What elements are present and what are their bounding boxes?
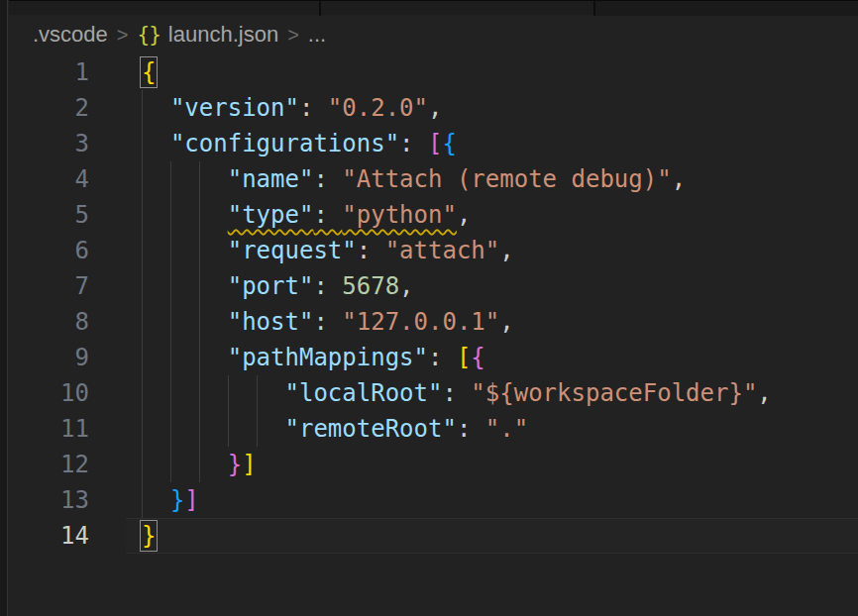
code-token: "remoteRoot"	[285, 415, 457, 443]
code-line[interactable]: "port": 5678,	[142, 268, 858, 304]
code-token: "configurations"	[170, 130, 399, 157]
code-line[interactable]: "version": "0.2.0",	[142, 90, 858, 126]
code-token: ,	[499, 308, 513, 336]
tab-separator	[593, 1, 595, 16]
code-line[interactable]: "configurations": [{	[142, 126, 858, 161]
code-line[interactable]: {	[142, 54, 858, 90]
line-number[interactable]: 13	[8, 482, 89, 518]
line-number[interactable]: 11	[8, 411, 89, 447]
breadcrumb-file[interactable]: launch.json	[168, 22, 278, 48]
code-token: "version"	[170, 94, 299, 122]
code-token	[142, 379, 285, 407]
code-token: [	[428, 130, 442, 157]
code-token: ,	[457, 201, 471, 229]
code-token: 5678	[342, 272, 399, 300]
code-token	[142, 308, 228, 336]
code-token	[142, 344, 228, 371]
code-line[interactable]: }]	[142, 482, 858, 518]
code-token: "Attach (remote debug)"	[342, 165, 671, 193]
code-token: :	[313, 201, 342, 229]
code-token: "127.0.0.1"	[342, 308, 499, 336]
code-token: ]	[242, 451, 256, 478]
code-token: :	[313, 165, 342, 193]
code-token: }	[170, 486, 184, 514]
code-line[interactable]: "localRoot": "${workspaceFolder}",	[142, 375, 858, 411]
line-number[interactable]: 2	[8, 90, 89, 126]
code-token	[142, 94, 170, 122]
code-token: "attach"	[385, 237, 500, 264]
code-line[interactable]: "pathMappings": [{	[142, 340, 858, 375]
code-area: { "version": "0.2.0", "configurations": …	[142, 54, 858, 554]
matched-bracket: }	[142, 522, 156, 550]
code-token	[142, 415, 285, 443]
left-border-strip	[0, 0, 8, 616]
code-line[interactable]: "remoteRoot": "."	[142, 411, 858, 447]
code-token: "type"	[228, 201, 314, 229]
code-token: {	[471, 344, 484, 371]
code-token: }	[228, 451, 242, 478]
code-token: "pathMappings"	[228, 344, 428, 371]
breadcrumb-folder[interactable]: .vscode	[33, 22, 108, 48]
code-token	[142, 451, 228, 478]
code-token: :	[457, 415, 485, 443]
line-number[interactable]: 5	[8, 197, 89, 233]
code-token: ,	[399, 272, 413, 300]
code-line[interactable]: "host": "127.0.0.1",	[142, 304, 858, 340]
gutter: 1234567891011121314	[8, 54, 89, 554]
code-token: "0.2.0"	[328, 94, 428, 122]
code-line[interactable]: }]	[142, 447, 858, 482]
code-token: {	[442, 130, 456, 157]
line-number[interactable]: 4	[8, 161, 89, 197]
line-number[interactable]: 7	[8, 268, 89, 304]
chevron-right-icon: >	[287, 24, 299, 47]
line-number[interactable]: 14	[8, 518, 89, 554]
code-token: ]	[184, 486, 198, 514]
code-line[interactable]: "request": "attach",	[142, 233, 858, 268]
code-token: ,	[757, 379, 771, 407]
line-number[interactable]: 6	[8, 233, 89, 268]
line-number[interactable]: 3	[8, 126, 89, 161]
code-token: ,	[499, 237, 513, 264]
code-token: :	[313, 272, 342, 300]
code-token: "port"	[228, 272, 314, 300]
code-token: "${workspaceFolder}"	[471, 379, 757, 407]
warning-squiggle: "type": "python"	[228, 201, 457, 229]
code-token: "host"	[228, 308, 314, 336]
code-token: "."	[485, 415, 528, 443]
code-token: "request"	[228, 237, 357, 264]
line-number[interactable]: 8	[8, 304, 89, 340]
code-line[interactable]: "name": "Attach (remote debug)",	[142, 161, 858, 197]
code-token: :	[399, 130, 428, 157]
chevron-right-icon: >	[117, 24, 129, 47]
code-token	[142, 272, 228, 300]
line-number[interactable]: 9	[8, 340, 89, 375]
code-token: ,	[672, 165, 686, 193]
code-line[interactable]: "type": "python",	[142, 197, 858, 233]
code-token: :	[442, 379, 471, 407]
breadcrumb: .vscode > {} launch.json > ...	[9, 15, 858, 54]
matched-bracket: {	[142, 58, 156, 86]
code-token: "localRoot"	[285, 379, 443, 407]
code-token: :	[428, 344, 457, 371]
tab-bar-empty	[595, 1, 858, 16]
tab-bar	[9, 0, 858, 15]
code-token	[142, 237, 228, 264]
code-token	[142, 165, 228, 193]
editor-pane: .vscode > {} launch.json > ... 123456789…	[0, 0, 858, 616]
code-line[interactable]: }	[142, 518, 858, 554]
code-token: ,	[428, 94, 442, 122]
code-token	[142, 486, 170, 514]
line-number[interactable]: 12	[8, 447, 89, 482]
json-file-icon: {}	[138, 23, 161, 47]
code-token: "python"	[342, 201, 457, 229]
code-token: :	[313, 308, 342, 336]
line-number[interactable]: 10	[8, 375, 89, 411]
code-token: :	[299, 94, 328, 122]
breadcrumb-symbol-overflow[interactable]: ...	[308, 22, 326, 48]
code-token: :	[357, 237, 385, 264]
code-token	[142, 201, 228, 229]
line-number[interactable]: 1	[8, 54, 89, 90]
code-token: "name"	[228, 165, 314, 193]
tab-separator	[319, 1, 321, 16]
code-token	[142, 130, 170, 157]
